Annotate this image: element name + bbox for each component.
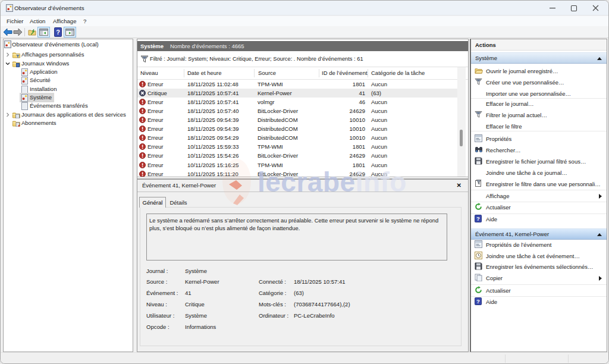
svg-text:?: ? [56, 29, 60, 36]
svg-text:?: ? [476, 215, 480, 222]
svg-text:?: ? [476, 298, 480, 305]
